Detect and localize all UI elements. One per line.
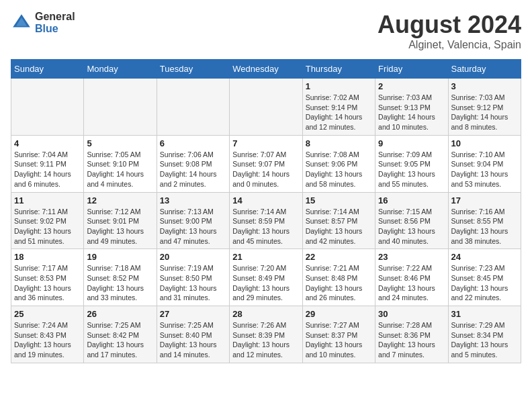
day-number: 21: [232, 252, 299, 262]
logo-icon: [11, 12, 32, 34]
day-content: Sunrise: 7:22 AM Sunset: 8:46 PM Dayligh…: [378, 263, 445, 303]
calendar-cell: 23Sunrise: 7:22 AM Sunset: 8:46 PM Dayli…: [375, 249, 448, 306]
calendar-cell: 16Sunrise: 7:15 AM Sunset: 8:56 PM Dayli…: [375, 192, 448, 249]
calendar-cell: 15Sunrise: 7:14 AM Sunset: 8:57 PM Dayli…: [302, 192, 375, 249]
day-number: 27: [160, 309, 226, 319]
day-content: Sunrise: 7:19 AM Sunset: 8:50 PM Dayligh…: [160, 263, 226, 303]
day-content: Sunrise: 7:17 AM Sunset: 8:53 PM Dayligh…: [14, 263, 81, 303]
day-content: Sunrise: 7:21 AM Sunset: 8:48 PM Dayligh…: [306, 263, 372, 303]
calendar-cell: [157, 79, 229, 136]
calendar-week-row: 11Sunrise: 7:11 AM Sunset: 9:02 PM Dayli…: [11, 192, 521, 249]
calendar-cell: 22Sunrise: 7:21 AM Sunset: 8:48 PM Dayli…: [302, 249, 375, 306]
day-number: 24: [451, 252, 518, 262]
calendar-cell: 12Sunrise: 7:12 AM Sunset: 9:01 PM Dayli…: [84, 192, 157, 249]
day-number: 3: [451, 81, 518, 91]
logo: General Blue: [11, 11, 75, 34]
day-number: 15: [306, 195, 372, 205]
calendar-week-row: 25Sunrise: 7:24 AM Sunset: 8:43 PM Dayli…: [11, 306, 521, 363]
calendar-cell: 7Sunrise: 7:07 AM Sunset: 9:07 PM Daylig…: [230, 135, 302, 192]
calendar-title: August 2024: [378, 11, 521, 39]
calendar-cell: [11, 79, 84, 136]
day-number: 4: [14, 138, 81, 148]
calendar-cell: 11Sunrise: 7:11 AM Sunset: 9:02 PM Dayli…: [11, 192, 84, 249]
day-content: Sunrise: 7:28 AM Sunset: 8:36 PM Dayligh…: [378, 320, 445, 360]
calendar-header: SundayMondayTuesdayWednesdayThursdayFrid…: [11, 60, 521, 79]
weekday-row: SundayMondayTuesdayWednesdayThursdayFrid…: [11, 60, 521, 79]
day-content: Sunrise: 7:15 AM Sunset: 8:56 PM Dayligh…: [378, 207, 445, 246]
calendar-cell: 17Sunrise: 7:16 AM Sunset: 8:55 PM Dayli…: [448, 192, 521, 249]
title-block: August 2024 Alginet, Valencia, Spain: [378, 11, 521, 51]
calendar-cell: 8Sunrise: 7:08 AM Sunset: 9:06 PM Daylig…: [302, 135, 375, 192]
logo-blue-text: Blue: [35, 23, 75, 35]
calendar-cell: 18Sunrise: 7:17 AM Sunset: 8:53 PM Dayli…: [11, 249, 84, 306]
weekday-header: Thursday: [302, 60, 375, 79]
day-content: Sunrise: 7:06 AM Sunset: 9:08 PM Dayligh…: [160, 150, 226, 189]
calendar-cell: 9Sunrise: 7:09 AM Sunset: 9:05 PM Daylig…: [375, 135, 448, 192]
calendar-cell: [84, 79, 157, 136]
logo-general-text: General: [35, 11, 75, 23]
calendar-cell: 3Sunrise: 7:03 AM Sunset: 9:12 PM Daylig…: [448, 79, 521, 136]
day-number: 23: [378, 252, 445, 262]
weekday-header: Friday: [375, 60, 448, 79]
calendar-cell: 4Sunrise: 7:04 AM Sunset: 9:11 PM Daylig…: [11, 135, 84, 192]
calendar-cell: 13Sunrise: 7:13 AM Sunset: 9:00 PM Dayli…: [157, 192, 229, 249]
day-number: 17: [451, 195, 518, 205]
day-number: 14: [232, 195, 299, 205]
day-content: Sunrise: 7:14 AM Sunset: 8:59 PM Dayligh…: [232, 207, 299, 246]
day-number: 18: [14, 252, 81, 262]
day-content: Sunrise: 7:20 AM Sunset: 8:49 PM Dayligh…: [232, 263, 299, 303]
weekday-header: Monday: [84, 60, 157, 79]
day-content: Sunrise: 7:05 AM Sunset: 9:10 PM Dayligh…: [87, 150, 153, 189]
day-content: Sunrise: 7:13 AM Sunset: 9:00 PM Dayligh…: [160, 207, 226, 246]
day-number: 28: [232, 309, 299, 319]
calendar-cell: 20Sunrise: 7:19 AM Sunset: 8:50 PM Dayli…: [157, 249, 229, 306]
day-content: Sunrise: 7:07 AM Sunset: 9:07 PM Dayligh…: [232, 150, 299, 189]
calendar-cell: 26Sunrise: 7:25 AM Sunset: 8:42 PM Dayli…: [84, 306, 157, 363]
calendar-cell: 10Sunrise: 7:10 AM Sunset: 9:04 PM Dayli…: [448, 135, 521, 192]
day-content: Sunrise: 7:27 AM Sunset: 8:37 PM Dayligh…: [306, 320, 372, 360]
day-number: 26: [87, 309, 153, 319]
day-content: Sunrise: 7:12 AM Sunset: 9:01 PM Dayligh…: [87, 207, 153, 246]
calendar-cell: 21Sunrise: 7:20 AM Sunset: 8:49 PM Dayli…: [230, 249, 302, 306]
day-number: 7: [232, 138, 299, 148]
calendar-cell: 31Sunrise: 7:29 AM Sunset: 8:34 PM Dayli…: [448, 306, 521, 363]
day-number: 22: [306, 252, 372, 262]
page-header: General Blue August 2024 Alginet, Valenc…: [11, 11, 521, 51]
calendar-cell: 6Sunrise: 7:06 AM Sunset: 9:08 PM Daylig…: [157, 135, 229, 192]
day-content: Sunrise: 7:18 AM Sunset: 8:52 PM Dayligh…: [87, 263, 153, 303]
calendar-cell: 25Sunrise: 7:24 AM Sunset: 8:43 PM Dayli…: [11, 306, 84, 363]
calendar-cell: 1Sunrise: 7:02 AM Sunset: 9:14 PM Daylig…: [302, 79, 375, 136]
day-content: Sunrise: 7:14 AM Sunset: 8:57 PM Dayligh…: [306, 207, 372, 246]
calendar-body: 1Sunrise: 7:02 AM Sunset: 9:14 PM Daylig…: [11, 79, 521, 363]
day-content: Sunrise: 7:25 AM Sunset: 8:40 PM Dayligh…: [160, 320, 226, 360]
weekday-header: Wednesday: [230, 60, 302, 79]
day-content: Sunrise: 7:16 AM Sunset: 8:55 PM Dayligh…: [451, 207, 518, 246]
day-number: 11: [14, 195, 81, 205]
weekday-header: Saturday: [448, 60, 521, 79]
calendar-week-row: 4Sunrise: 7:04 AM Sunset: 9:11 PM Daylig…: [11, 135, 521, 192]
day-content: Sunrise: 7:29 AM Sunset: 8:34 PM Dayligh…: [451, 320, 518, 360]
day-number: 5: [87, 138, 153, 148]
day-number: 20: [160, 252, 226, 262]
calendar-week-row: 1Sunrise: 7:02 AM Sunset: 9:14 PM Daylig…: [11, 79, 521, 136]
day-number: 19: [87, 252, 153, 262]
day-number: 10: [451, 138, 518, 148]
day-number: 25: [14, 309, 81, 319]
day-content: Sunrise: 7:25 AM Sunset: 8:42 PM Dayligh…: [87, 320, 153, 360]
day-number: 8: [306, 138, 372, 148]
day-content: Sunrise: 7:26 AM Sunset: 8:39 PM Dayligh…: [232, 320, 299, 360]
weekday-header: Sunday: [11, 60, 84, 79]
day-content: Sunrise: 7:03 AM Sunset: 9:13 PM Dayligh…: [378, 93, 445, 132]
calendar-cell: 5Sunrise: 7:05 AM Sunset: 9:10 PM Daylig…: [84, 135, 157, 192]
calendar-cell: 24Sunrise: 7:23 AM Sunset: 8:45 PM Dayli…: [448, 249, 521, 306]
calendar-table: SundayMondayTuesdayWednesdayThursdayFrid…: [11, 59, 521, 363]
calendar-location: Alginet, Valencia, Spain: [378, 39, 521, 51]
calendar-cell: [230, 79, 302, 136]
day-content: Sunrise: 7:04 AM Sunset: 9:11 PM Dayligh…: [14, 150, 81, 189]
day-number: 6: [160, 138, 226, 148]
day-content: Sunrise: 7:10 AM Sunset: 9:04 PM Dayligh…: [451, 150, 518, 189]
day-content: Sunrise: 7:02 AM Sunset: 9:14 PM Dayligh…: [306, 93, 372, 132]
day-number: 13: [160, 195, 226, 205]
day-content: Sunrise: 7:08 AM Sunset: 9:06 PM Dayligh…: [306, 150, 372, 189]
day-number: 31: [451, 309, 518, 319]
